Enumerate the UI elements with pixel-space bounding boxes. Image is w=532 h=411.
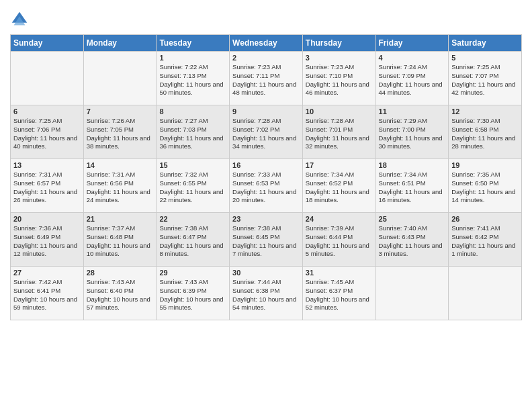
day-number: 11: [379, 107, 446, 116]
day-info: Sunrise: 7:31 AM Sunset: 6:56 PM Dayligh…: [87, 171, 154, 205]
calendar-cell: 6Sunrise: 7:25 AM Sunset: 7:06 PM Daylig…: [11, 105, 84, 159]
week-row-2: 6Sunrise: 7:25 AM Sunset: 7:06 PM Daylig…: [11, 105, 522, 159]
calendar-cell: [449, 267, 522, 320]
calendar-cell: 29Sunrise: 7:43 AM Sunset: 6:39 PM Dayli…: [157, 267, 230, 320]
day-info: Sunrise: 7:29 AM Sunset: 7:00 PM Dayligh…: [379, 117, 446, 151]
col-header-friday: Friday: [375, 35, 449, 52]
day-number: 6: [13, 107, 81, 116]
calendar-cell: 8Sunrise: 7:27 AM Sunset: 7:03 PM Daylig…: [157, 105, 230, 159]
day-info: Sunrise: 7:37 AM Sunset: 6:48 PM Dayligh…: [87, 224, 154, 259]
calendar-cell: 9Sunrise: 7:28 AM Sunset: 7:02 PM Daylig…: [230, 105, 303, 159]
day-number: 27: [13, 269, 81, 277]
col-header-monday: Monday: [83, 35, 157, 52]
calendar-cell: 15Sunrise: 7:32 AM Sunset: 6:55 PM Dayli…: [157, 159, 230, 213]
day-number: 8: [159, 107, 226, 116]
calendar-cell: [83, 52, 157, 105]
calendar-cell: 30Sunrise: 7:44 AM Sunset: 6:38 PM Dayli…: [230, 267, 303, 320]
day-info: Sunrise: 7:34 AM Sunset: 6:52 PM Dayligh…: [306, 171, 373, 205]
day-number: 7: [87, 107, 154, 116]
week-row-3: 13Sunrise: 7:31 AM Sunset: 6:57 PM Dayli…: [11, 159, 522, 213]
calendar-cell: 19Sunrise: 7:35 AM Sunset: 6:50 PM Dayli…: [449, 159, 522, 213]
day-number: 21: [87, 215, 154, 223]
day-number: 9: [232, 107, 300, 116]
day-number: 26: [451, 215, 519, 223]
calendar-cell: 21Sunrise: 7:37 AM Sunset: 6:48 PM Dayli…: [83, 213, 157, 267]
logo: [10, 10, 30, 29]
day-number: 10: [306, 107, 373, 116]
day-info: Sunrise: 7:22 AM Sunset: 7:13 PM Dayligh…: [159, 63, 226, 97]
calendar-cell: 27Sunrise: 7:42 AM Sunset: 6:41 PM Dayli…: [11, 267, 84, 320]
day-number: 18: [379, 161, 446, 169]
day-info: Sunrise: 7:24 AM Sunset: 7:09 PM Dayligh…: [379, 63, 446, 97]
day-info: Sunrise: 7:31 AM Sunset: 6:57 PM Dayligh…: [13, 171, 81, 205]
day-number: 12: [451, 107, 519, 116]
day-info: Sunrise: 7:23 AM Sunset: 7:11 PM Dayligh…: [232, 63, 300, 97]
day-info: Sunrise: 7:26 AM Sunset: 7:05 PM Dayligh…: [87, 117, 154, 151]
col-header-saturday: Saturday: [449, 35, 522, 52]
day-info: Sunrise: 7:33 AM Sunset: 6:53 PM Dayligh…: [232, 171, 300, 205]
calendar-cell: 3Sunrise: 7:23 AM Sunset: 7:10 PM Daylig…: [302, 52, 375, 105]
day-number: 14: [87, 161, 154, 169]
calendar-cell: 4Sunrise: 7:24 AM Sunset: 7:09 PM Daylig…: [375, 52, 449, 105]
day-number: 1: [159, 54, 226, 62]
calendar-cell: 11Sunrise: 7:29 AM Sunset: 7:00 PM Dayli…: [375, 105, 449, 159]
calendar-cell: 28Sunrise: 7:43 AM Sunset: 6:40 PM Dayli…: [83, 267, 157, 320]
week-row-4: 20Sunrise: 7:36 AM Sunset: 6:49 PM Dayli…: [11, 213, 522, 267]
calendar-cell: 1Sunrise: 7:22 AM Sunset: 7:13 PM Daylig…: [157, 52, 230, 105]
day-info: Sunrise: 7:43 AM Sunset: 6:39 PM Dayligh…: [159, 278, 226, 312]
day-info: Sunrise: 7:45 AM Sunset: 6:37 PM Dayligh…: [306, 278, 373, 312]
day-number: 3: [306, 54, 373, 62]
day-number: 20: [13, 215, 81, 223]
day-number: 13: [13, 161, 81, 169]
day-info: Sunrise: 7:28 AM Sunset: 7:01 PM Dayligh…: [306, 117, 373, 151]
calendar-cell: 2Sunrise: 7:23 AM Sunset: 7:11 PM Daylig…: [230, 52, 303, 105]
day-info: Sunrise: 7:38 AM Sunset: 6:45 PM Dayligh…: [232, 224, 300, 259]
day-info: Sunrise: 7:39 AM Sunset: 6:44 PM Dayligh…: [306, 224, 373, 259]
day-info: Sunrise: 7:23 AM Sunset: 7:10 PM Dayligh…: [306, 63, 373, 97]
day-info: Sunrise: 7:36 AM Sunset: 6:49 PM Dayligh…: [13, 224, 81, 259]
calendar-cell: 13Sunrise: 7:31 AM Sunset: 6:57 PM Dayli…: [11, 159, 84, 213]
day-info: Sunrise: 7:40 AM Sunset: 6:43 PM Dayligh…: [379, 224, 446, 259]
calendar-cell: 18Sunrise: 7:34 AM Sunset: 6:51 PM Dayli…: [375, 159, 449, 213]
day-info: Sunrise: 7:28 AM Sunset: 7:02 PM Dayligh…: [232, 117, 300, 151]
calendar-cell: 26Sunrise: 7:41 AM Sunset: 6:42 PM Dayli…: [449, 213, 522, 267]
day-number: 17: [306, 161, 373, 169]
day-number: 5: [451, 54, 519, 62]
day-number: 31: [306, 269, 373, 277]
page-header: [10, 7, 522, 29]
day-number: 28: [87, 269, 154, 277]
calendar-header: SundayMondayTuesdayWednesdayThursdayFrid…: [11, 35, 522, 52]
calendar-cell: 14Sunrise: 7:31 AM Sunset: 6:56 PM Dayli…: [83, 159, 157, 213]
day-number: 16: [232, 161, 300, 169]
day-number: 29: [159, 269, 226, 277]
calendar-cell: [375, 267, 449, 320]
day-info: Sunrise: 7:27 AM Sunset: 7:03 PM Dayligh…: [159, 117, 226, 151]
day-number: 30: [232, 269, 300, 277]
day-number: 2: [232, 54, 300, 62]
day-number: 25: [379, 215, 446, 223]
day-number: 19: [451, 161, 519, 169]
calendar-cell: 16Sunrise: 7:33 AM Sunset: 6:53 PM Dayli…: [230, 159, 303, 213]
col-header-thursday: Thursday: [302, 35, 375, 52]
day-number: 23: [232, 215, 300, 223]
day-info: Sunrise: 7:44 AM Sunset: 6:38 PM Dayligh…: [232, 278, 300, 312]
calendar-cell: 24Sunrise: 7:39 AM Sunset: 6:44 PM Dayli…: [302, 213, 375, 267]
day-number: 4: [379, 54, 446, 62]
calendar-cell: 7Sunrise: 7:26 AM Sunset: 7:05 PM Daylig…: [83, 105, 157, 159]
day-info: Sunrise: 7:30 AM Sunset: 6:58 PM Dayligh…: [451, 117, 519, 151]
calendar-cell: 17Sunrise: 7:34 AM Sunset: 6:52 PM Dayli…: [302, 159, 375, 213]
calendar-cell: 10Sunrise: 7:28 AM Sunset: 7:01 PM Dayli…: [302, 105, 375, 159]
col-header-tuesday: Tuesday: [157, 35, 230, 52]
logo-icon: [10, 10, 29, 29]
calendar-cell: 23Sunrise: 7:38 AM Sunset: 6:45 PM Dayli…: [230, 213, 303, 267]
calendar-cell: 25Sunrise: 7:40 AM Sunset: 6:43 PM Dayli…: [375, 213, 449, 267]
day-info: Sunrise: 7:43 AM Sunset: 6:40 PM Dayligh…: [87, 278, 154, 312]
week-row-1: 1Sunrise: 7:22 AM Sunset: 7:13 PM Daylig…: [11, 52, 522, 105]
week-row-5: 27Sunrise: 7:42 AM Sunset: 6:41 PM Dayli…: [11, 267, 522, 320]
day-info: Sunrise: 7:38 AM Sunset: 6:47 PM Dayligh…: [159, 224, 226, 259]
calendar-cell: 20Sunrise: 7:36 AM Sunset: 6:49 PM Dayli…: [11, 213, 84, 267]
day-info: Sunrise: 7:42 AM Sunset: 6:41 PM Dayligh…: [13, 278, 81, 312]
col-header-wednesday: Wednesday: [230, 35, 303, 52]
calendar-table: SundayMondayTuesdayWednesdayThursdayFrid…: [10, 34, 522, 320]
day-info: Sunrise: 7:34 AM Sunset: 6:51 PM Dayligh…: [379, 171, 446, 205]
